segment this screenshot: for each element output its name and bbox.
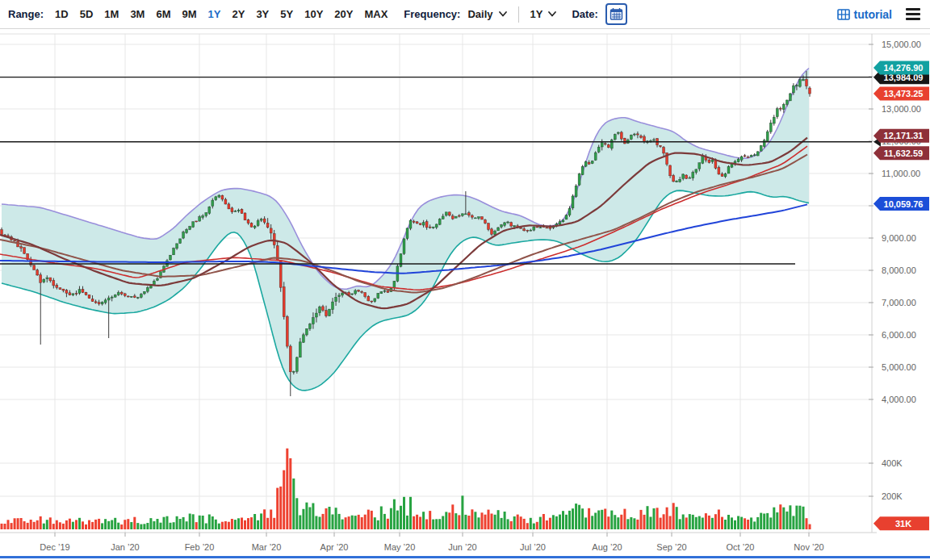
- candle-body: [685, 175, 688, 178]
- candle-body: [623, 138, 626, 144]
- volume-bar: [157, 519, 159, 529]
- volume-bar: [727, 515, 730, 529]
- candle-body: [779, 108, 781, 109]
- candle-body: [263, 219, 266, 223]
- volume-bar: [429, 511, 431, 529]
- volume-bar: [163, 517, 165, 529]
- candle-body: [432, 227, 434, 228]
- candle-body: [643, 136, 646, 142]
- candle-body: [406, 228, 408, 239]
- volume-bar: [160, 523, 162, 529]
- month-axis-label: Apr ’20: [320, 542, 349, 552]
- timeline-scrollbar[interactable]: [0, 556, 930, 558]
- frequency-dropdown[interactable]: Daily: [467, 8, 506, 20]
- volume-bar: [471, 509, 473, 529]
- volume-bar: [604, 509, 606, 530]
- range-option-5y[interactable]: 5Y: [280, 8, 293, 20]
- range-option-max[interactable]: MAX: [364, 8, 388, 20]
- candle-body: [747, 157, 749, 158]
- candle-body: [702, 156, 704, 163]
- range-option-1m[interactable]: 1M: [104, 8, 119, 20]
- volume-bar: [484, 515, 487, 529]
- candle-body: [1, 230, 3, 235]
- volume-bar: [773, 508, 775, 529]
- candle-body: [474, 218, 476, 219]
- volume-bar: [672, 503, 675, 529]
- volume-bar: [549, 518, 551, 529]
- tutorial-link[interactable]: tutorial: [837, 8, 892, 21]
- range-option-2y[interactable]: 2Y: [232, 8, 245, 20]
- date-picker-button[interactable]: [605, 3, 627, 25]
- volume-bar: [620, 515, 622, 529]
- candle-body: [387, 291, 389, 293]
- candle-body: [533, 227, 535, 230]
- candle-body: [361, 291, 363, 292]
- month-axis-label: Dec ’19: [40, 542, 69, 552]
- candle-body: [247, 219, 249, 223]
- candle-body: [513, 226, 516, 227]
- candle-body: [809, 88, 811, 94]
- candle-body: [798, 80, 801, 87]
- volume-bar: [792, 516, 794, 529]
- price-badge-label: 10,059.76: [884, 199, 924, 209]
- volume-bar: [250, 517, 253, 529]
- volume-bar: [626, 519, 629, 529]
- candle-body: [107, 298, 110, 300]
- volume-bar: [789, 505, 791, 529]
- volume-bar: [760, 513, 762, 529]
- chart-canvas[interactable]: 15,000.0014,000.0013,000.0012,000.0011,0…: [0, 29, 930, 560]
- range-option-1y[interactable]: 1Y: [208, 8, 221, 20]
- candle-body: [760, 145, 762, 151]
- range-option-5d[interactable]: 5D: [80, 8, 94, 20]
- candle-body: [364, 293, 367, 297]
- period-dropdown[interactable]: 1Y: [530, 8, 557, 20]
- volume-bar: [435, 519, 438, 529]
- volume-bar: [455, 513, 457, 529]
- volume-bar: [127, 519, 129, 529]
- candle-body: [302, 335, 304, 343]
- range-option-1d[interactable]: 1D: [55, 8, 69, 20]
- volume-bar: [432, 520, 434, 529]
- candle-body: [170, 255, 172, 260]
- price-volume-chart[interactable]: 15,000.0014,000.0013,000.0012,000.0011,0…: [0, 29, 930, 560]
- candle-body: [338, 295, 341, 297]
- frequency-value: Daily: [467, 8, 492, 20]
- range-option-3y[interactable]: 3Y: [256, 8, 269, 20]
- volume-bar: [46, 520, 48, 529]
- volume-bar: [562, 511, 564, 529]
- candle-body: [228, 204, 230, 209]
- range-option-3m[interactable]: 3M: [130, 8, 145, 20]
- candle-body: [403, 239, 405, 253]
- candle-body: [504, 223, 506, 225]
- volume-bar: [568, 511, 571, 529]
- candle-body: [146, 287, 149, 291]
- volume-bar: [315, 516, 317, 530]
- candle-body: [520, 228, 522, 228]
- range-option-9m[interactable]: 9M: [182, 8, 197, 20]
- candle-body: [689, 178, 691, 178]
- candle-body: [140, 295, 142, 298]
- candle-body: [481, 217, 484, 220]
- volume-bar: [65, 520, 68, 529]
- candle-body: [795, 86, 798, 86]
- candle-body: [46, 278, 48, 279]
- candle-body: [584, 161, 587, 166]
- range-option-20y[interactable]: 20Y: [334, 8, 353, 20]
- volume-bar: [62, 524, 65, 529]
- range-option-10y[interactable]: 10Y: [304, 8, 323, 20]
- volume-bar: [146, 523, 149, 529]
- volume-bar: [721, 517, 723, 529]
- candle-body: [653, 140, 656, 140]
- price-axis-label: 9,000.00: [882, 233, 916, 243]
- range-option-6m[interactable]: 6M: [156, 8, 170, 20]
- volume-bar: [607, 516, 610, 529]
- candle-body: [377, 293, 379, 298]
- candle-body: [588, 162, 590, 164]
- candle-body: [458, 215, 460, 216]
- menu-button[interactable]: [904, 6, 922, 22]
- price-axis-label: 13,000.00: [882, 104, 921, 114]
- candle-body: [72, 294, 74, 295]
- volume-bar: [130, 522, 132, 529]
- candle-body: [604, 144, 606, 144]
- volume-axis-label: 400K: [882, 458, 903, 468]
